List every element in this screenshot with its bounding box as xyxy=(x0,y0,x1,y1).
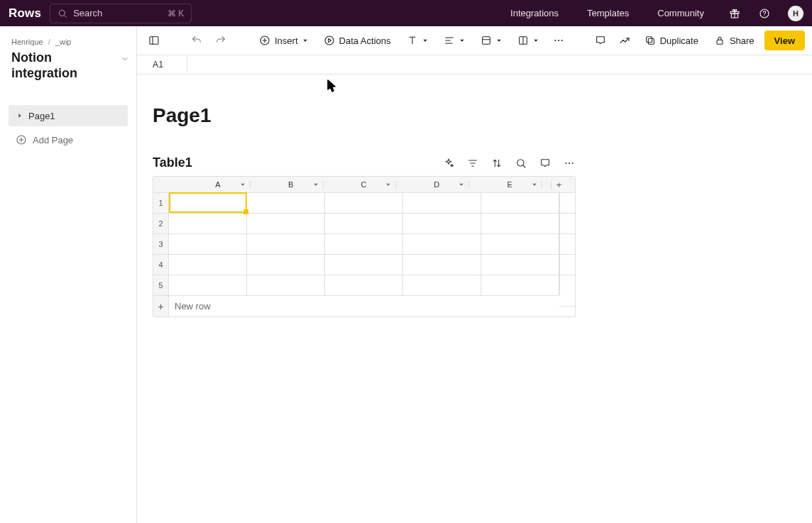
svg-line-42 xyxy=(523,165,525,167)
search-input[interactable]: Search ⌘ K xyxy=(50,4,192,23)
cell[interactable] xyxy=(247,254,325,275)
cell[interactable] xyxy=(403,192,481,213)
cell[interactable] xyxy=(169,233,247,254)
cell[interactable] xyxy=(247,233,325,254)
undo-button[interactable] xyxy=(187,31,207,50)
duplicate-label: Duplicate xyxy=(660,35,698,46)
row-header[interactable]: 5 xyxy=(153,275,169,295)
view-button[interactable]: View xyxy=(764,31,805,50)
cell[interactable] xyxy=(481,192,559,213)
comment-icon xyxy=(539,158,551,169)
share-label: Share xyxy=(730,35,755,46)
align-button[interactable] xyxy=(438,31,471,50)
layout-button[interactable] xyxy=(512,31,544,50)
cell[interactable] xyxy=(247,192,325,213)
help-icon[interactable] xyxy=(755,4,774,23)
cell[interactable] xyxy=(403,213,481,233)
column-header[interactable]: D xyxy=(405,180,469,189)
cell[interactable] xyxy=(403,254,481,275)
text-format-button[interactable] xyxy=(401,31,434,50)
svg-point-32 xyxy=(554,40,556,41)
breadcrumb-owner[interactable]: Henrique xyxy=(11,38,43,46)
data-actions-button[interactable]: Data Actions xyxy=(318,31,397,50)
toggle-sidebar-button[interactable] xyxy=(144,31,164,50)
chevron-down-icon[interactable] xyxy=(385,182,391,187)
cell-format-button[interactable] xyxy=(475,31,508,50)
cell[interactable] xyxy=(325,254,403,275)
column-header[interactable]: E xyxy=(478,180,542,189)
formula-bar[interactable]: A1 xyxy=(137,55,812,75)
chevron-down-icon[interactable] xyxy=(240,182,246,187)
chevron-down-icon xyxy=(459,38,465,43)
cell-reference[interactable]: A1 xyxy=(153,60,178,70)
cell[interactable] xyxy=(169,213,247,233)
svg-point-41 xyxy=(517,159,524,165)
analytics-button[interactable] xyxy=(615,31,635,50)
svg-point-43 xyxy=(565,162,566,163)
sort-button[interactable] xyxy=(490,157,503,170)
cell[interactable] xyxy=(325,213,403,233)
spreadsheet-table[interactable]: A B C D E + 1 2 3 4 5 + New row xyxy=(153,176,576,317)
column-header[interactable]: A xyxy=(186,180,251,189)
page-title[interactable]: Page1 xyxy=(153,104,812,127)
comment-table-button[interactable] xyxy=(539,157,552,170)
table-title[interactable]: Table1 xyxy=(153,155,192,170)
cell[interactable] xyxy=(481,233,559,254)
comment-button[interactable] xyxy=(591,31,610,50)
table-more-button[interactable] xyxy=(563,157,576,170)
nav-integrations[interactable]: Integrations xyxy=(510,8,559,18)
column-header[interactable]: B xyxy=(259,180,324,189)
ai-tool-button[interactable] xyxy=(442,157,455,170)
plus-icon: + xyxy=(153,295,169,316)
svg-line-1 xyxy=(65,15,67,17)
new-row-button[interactable]: + New row xyxy=(153,295,575,316)
cell[interactable] xyxy=(247,275,325,295)
filter-icon xyxy=(467,158,478,169)
column-label: B xyxy=(288,180,293,189)
duplicate-button[interactable]: Duplicate xyxy=(639,31,704,50)
breadcrumb-folder[interactable]: _wip xyxy=(55,38,72,46)
lock-icon xyxy=(714,35,725,46)
row-header[interactable]: 1 xyxy=(153,192,169,213)
row-header[interactable]: 3 xyxy=(153,233,169,254)
cell[interactable] xyxy=(403,233,481,254)
avatar[interactable]: H xyxy=(788,6,803,21)
cell[interactable] xyxy=(169,192,247,213)
search-table-button[interactable] xyxy=(515,157,527,170)
row-header[interactable]: 4 xyxy=(153,254,169,275)
cell[interactable] xyxy=(481,275,559,295)
column-header[interactable]: C xyxy=(332,180,397,189)
cell[interactable] xyxy=(325,275,403,295)
doc-title[interactable]: Notion integration xyxy=(11,50,121,81)
cell[interactable] xyxy=(169,275,247,295)
svg-marker-16 xyxy=(303,40,307,42)
cell[interactable] xyxy=(169,254,247,275)
nav-community[interactable]: Community xyxy=(657,8,704,18)
breadcrumb[interactable]: Henrique / _wip xyxy=(3,35,133,50)
nav-templates[interactable]: Templates xyxy=(587,8,629,18)
chevron-down-icon[interactable] xyxy=(532,182,537,187)
cell[interactable] xyxy=(325,233,403,254)
filter-button[interactable] xyxy=(466,157,479,170)
cell[interactable] xyxy=(481,254,559,275)
add-column-button[interactable]: + xyxy=(551,180,566,190)
sidebar-page-item[interactable]: Page1 xyxy=(9,105,128,126)
row-header[interactable]: 2 xyxy=(153,213,169,233)
cell[interactable] xyxy=(481,213,559,233)
gift-icon[interactable] xyxy=(725,4,744,23)
app-header: Rows Search ⌘ K Integrations Templates C… xyxy=(0,0,812,26)
svg-rect-35 xyxy=(648,38,654,44)
redo-button[interactable] xyxy=(211,31,231,50)
chevron-down-icon[interactable] xyxy=(121,55,129,63)
chevron-down-icon[interactable] xyxy=(459,182,464,187)
add-page-button[interactable]: Add Page xyxy=(9,129,128,150)
cell[interactable] xyxy=(403,275,481,295)
chevron-down-icon[interactable] xyxy=(313,182,319,187)
sparkle-icon xyxy=(443,158,454,169)
more-formatting-button[interactable] xyxy=(549,31,569,50)
insert-button[interactable]: Insert xyxy=(253,31,314,50)
share-button[interactable]: Share xyxy=(708,31,760,50)
svg-marker-25 xyxy=(460,40,463,42)
cell[interactable] xyxy=(247,213,325,233)
cell[interactable] xyxy=(325,192,403,213)
